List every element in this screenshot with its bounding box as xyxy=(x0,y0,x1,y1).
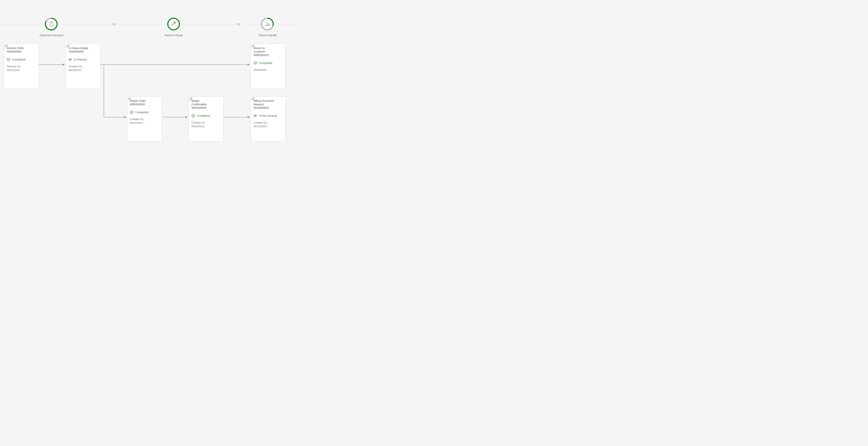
status-text: In Process xyxy=(72,58,87,61)
card-status: To Be Invoiced xyxy=(254,114,283,117)
phase-node-perform-repair[interactable] xyxy=(166,17,181,31)
card-date-label: Created On xyxy=(68,65,98,68)
status-text: Completed xyxy=(10,58,25,61)
card-document-id: 4000000000 xyxy=(130,103,159,106)
card-date-label: Created On xyxy=(130,117,159,121)
card-in-house-repair[interactable]: In-House Repair 1000000000 In Process Cr… xyxy=(66,44,101,89)
chevrons-right-icon xyxy=(68,58,72,61)
card-date-value: 05/18/2022 xyxy=(254,68,283,72)
card-date-label: Delivery On xyxy=(7,65,36,68)
card-date-value: 05/18/2022 xyxy=(130,121,159,125)
card-title: Billing Document xyxy=(254,99,283,102)
card-return-to-customer[interactable]: Return to Customer 0080000019 Completed … xyxy=(251,44,286,89)
phase-chevron-icon xyxy=(236,23,241,26)
truck-icon xyxy=(260,17,274,31)
status-text: To Be Invoiced xyxy=(257,114,277,117)
svg-point-1 xyxy=(47,20,56,28)
card-status: Completed xyxy=(254,61,283,65)
card-repair-confirmation[interactable]: Repair Confirmation 5000000000 Completed… xyxy=(189,96,223,142)
card-title: Repair Order xyxy=(130,99,159,102)
card-title-2: Confirmation xyxy=(191,103,221,106)
card-date-value: 05/18/2022 xyxy=(68,68,98,72)
status-text: Completed xyxy=(133,111,149,114)
card-title: Repair xyxy=(191,99,221,102)
process-flow-canvas: Determine Demand Perform Repair Return a… xyxy=(0,0,297,153)
card-document-id: 1000000000 xyxy=(68,50,98,53)
card-status: Completed xyxy=(191,114,221,117)
card-title: Returns Order xyxy=(7,46,36,49)
check-circle-icon xyxy=(7,58,10,61)
check-circle-icon xyxy=(130,110,133,114)
card-repair-order[interactable]: Repair Order 4000000000 Completed Create… xyxy=(127,96,162,142)
card-title: Return to xyxy=(254,46,283,49)
phase-label-determine-demand: Determine Demand xyxy=(32,34,71,37)
wrench-icon xyxy=(166,17,181,31)
status-text: Completed xyxy=(257,62,272,65)
card-date-label: Created On xyxy=(191,121,221,125)
chevrons-right-icon xyxy=(254,114,257,117)
card-billing-document-request[interactable]: Billing Document Request 0010000003 To B… xyxy=(251,96,286,142)
card-status: Completed xyxy=(130,110,159,114)
card-returns-order[interactable]: Returns Order 0060000001 Completed Deliv… xyxy=(4,44,39,89)
document-icon xyxy=(44,17,58,31)
phase-label-return-bill: Return and Bill xyxy=(248,34,287,37)
card-date-value: 05/19/2022 xyxy=(191,125,221,128)
card-date-value: 05/13/2022 xyxy=(7,68,36,72)
phase-node-return-bill[interactable] xyxy=(260,17,274,31)
card-document-id: 5000000000 xyxy=(191,106,221,109)
phase-node-determine-demand[interactable] xyxy=(44,17,58,31)
card-status: Completed xyxy=(7,58,36,61)
card-title: In-House Repair xyxy=(68,46,98,49)
card-date-label: Created On xyxy=(254,121,283,125)
phase-chevron-icon xyxy=(112,23,117,26)
card-status: In Process xyxy=(68,58,98,61)
svg-point-5 xyxy=(263,20,272,28)
check-circle-icon xyxy=(254,61,257,65)
status-text: Completed xyxy=(195,114,210,117)
check-circle-icon xyxy=(191,114,195,117)
card-date-value: 05/19/2022 xyxy=(254,125,283,128)
card-document-id: 0060000001 xyxy=(7,50,36,53)
card-title-2: Customer xyxy=(254,50,283,53)
card-title-2: Request xyxy=(254,103,283,106)
card-document-id: 0010000003 xyxy=(254,106,283,109)
card-document-id: 0080000019 xyxy=(254,54,283,57)
phase-label-perform-repair: Perform Repair xyxy=(154,34,193,37)
